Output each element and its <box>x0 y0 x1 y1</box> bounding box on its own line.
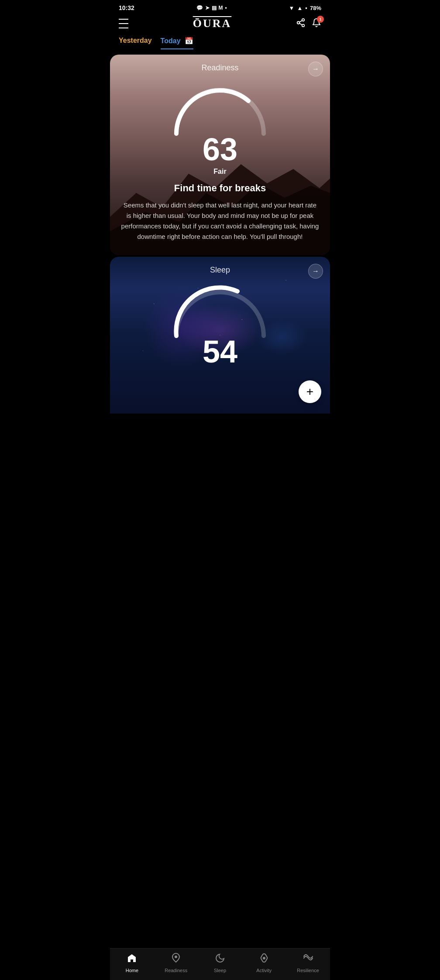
battery-percent: 78% <box>310 5 321 11</box>
notifications-button[interactable]: 1 <box>312 18 321 30</box>
readiness-score-label: Fair <box>120 168 320 176</box>
header-actions: 1 <box>296 18 321 30</box>
gauge-svg <box>168 77 272 138</box>
readiness-card: → Readiness 63 Fair Find time for breaks… <box>110 55 330 255</box>
sleep-gauge-svg <box>168 279 272 340</box>
readiness-description: Seems that you didn't sleep that well la… <box>120 200 320 242</box>
email-icon: M <box>219 5 223 11</box>
app-header: ŌURA 1 <box>110 14 330 37</box>
menu-button[interactable] <box>119 17 128 30</box>
status-right-icons: ▼ ▲ ▪ 78% <box>289 5 321 11</box>
svg-line-4 <box>299 20 302 22</box>
sleep-card-title: Sleep <box>120 266 320 275</box>
sleep-card: → Sleep 54 + <box>110 257 330 414</box>
fab-add-button[interactable]: + <box>299 380 321 403</box>
tab-today[interactable]: Today 📅 <box>161 37 193 49</box>
notification-badge: 1 <box>317 16 324 23</box>
readiness-card-title: Readiness <box>120 63 320 72</box>
navigation-icon: ➤ <box>205 5 210 11</box>
app-logo: ŌURA <box>193 17 232 30</box>
readiness-headline: Find time for breaks <box>120 183 320 194</box>
sleep-card-arrow[interactable]: → <box>308 264 323 279</box>
battery-icon: ▪ <box>305 5 307 11</box>
readiness-card-content: Readiness 63 Fair Find time for breaks S… <box>110 55 330 255</box>
tab-yesterday[interactable]: Yesterday <box>119 37 152 49</box>
readiness-score: 63 <box>120 134 320 165</box>
signal-icon: ▲ <box>297 5 302 11</box>
whatsapp-icon: 💬 <box>196 5 203 11</box>
status-system-icons: 💬 ➤ ▤ M • <box>196 5 227 11</box>
dot-icon: • <box>225 5 227 11</box>
readiness-card-arrow[interactable]: → <box>308 62 323 76</box>
date-tabs: Yesterday Today 📅 <box>110 37 330 49</box>
sleep-score-content: Sleep 54 <box>110 257 330 379</box>
sleep-score-number: 54 <box>120 336 320 367</box>
wifi-icon: ▼ <box>289 5 295 11</box>
status-bar: 10:32 💬 ➤ ▤ M • ▼ ▲ ▪ 78% <box>110 0 330 14</box>
layers-icon: ▤ <box>212 5 217 11</box>
readiness-gauge <box>168 77 272 138</box>
svg-line-3 <box>299 23 302 25</box>
sleep-gauge <box>168 279 272 340</box>
status-time: 10:32 <box>119 4 134 11</box>
share-button[interactable] <box>296 18 306 30</box>
